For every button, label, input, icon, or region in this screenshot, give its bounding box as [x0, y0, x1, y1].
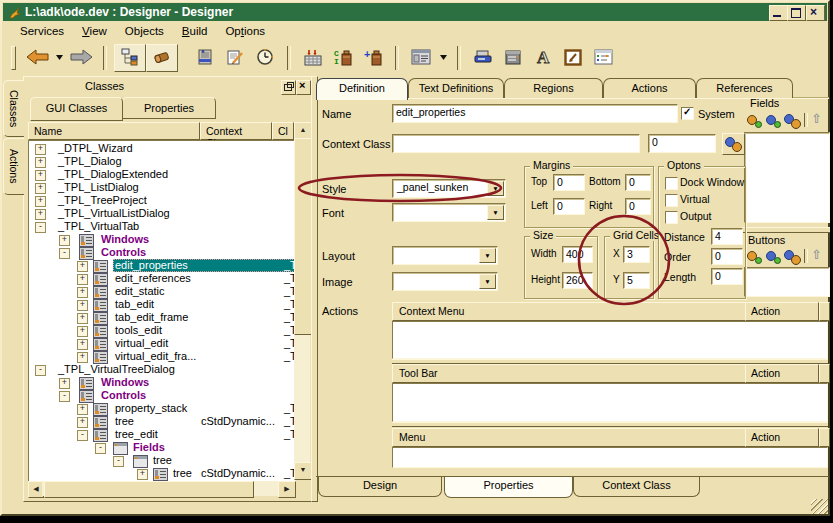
tree-item[interactable]: tools_edit: [115, 324, 162, 337]
tree-expand-toggle[interactable]: -: [113, 456, 124, 467]
width-input[interactable]: 400: [562, 246, 593, 263]
side-tab-actions[interactable]: Actions: [3, 138, 24, 195]
tree-item[interactable]: _TPL_ListDialog: [58, 181, 139, 194]
field-edit-icon[interactable]: [765, 113, 782, 128]
bottom-tab-properties[interactable]: Properties: [444, 477, 573, 498]
tab-gui-classes[interactable]: GUI Classes: [30, 97, 123, 121]
toolbar-script-window-button[interactable]: [588, 45, 618, 71]
bottom-tab-context-class[interactable]: Context Class: [573, 477, 700, 497]
margin-left-input[interactable]: 0: [553, 198, 585, 215]
tree-item[interactable]: tab_edit_frame: [115, 311, 188, 324]
toolbar-eraser-tool-button[interactable]: [146, 44, 178, 72]
tree-item[interactable]: _TPL_DialogExtended: [58, 168, 168, 181]
layout-dropdown[interactable]: [392, 246, 498, 265]
toolbar-edit-note-button[interactable]: [220, 45, 250, 71]
tree-expand-toggle[interactable]: +: [77, 300, 88, 311]
toolbar-documentation-book-button[interactable]: [190, 45, 220, 71]
minimize-button[interactable]: [769, 5, 788, 21]
tree-expand-toggle[interactable]: +: [35, 157, 46, 168]
menu-table-header[interactable]: Menu Action: [392, 428, 828, 447]
dock-window-checkbox[interactable]: [665, 177, 678, 190]
margin-top-input[interactable]: 0: [553, 174, 585, 191]
height-input[interactable]: 260: [562, 272, 593, 289]
menu-build[interactable]: Build: [173, 23, 217, 39]
image-dropdown[interactable]: [392, 272, 498, 291]
tree-expand-toggle[interactable]: +: [77, 274, 88, 285]
tree-item[interactable]: tab_edit: [115, 298, 154, 311]
toolbar-class-add-button[interactable]: +: [358, 45, 388, 71]
tree-expand-toggle[interactable]: +: [35, 144, 46, 155]
toolbar-form-view-dropdown-button[interactable]: [436, 45, 450, 71]
tree-item[interactable]: property_stack: [115, 402, 187, 415]
tree-item[interactable]: virtual_edit_fra...: [115, 350, 196, 363]
distance-input[interactable]: 4: [711, 228, 743, 245]
dropdown-arrow-icon[interactable]: [479, 248, 496, 263]
tree-expand-toggle[interactable]: -: [95, 443, 106, 454]
close-button[interactable]: [806, 5, 825, 21]
button-edit-icon[interactable]: [765, 249, 782, 264]
system-checkbox[interactable]: [681, 107, 694, 120]
tab-definition[interactable]: Definition: [316, 78, 408, 100]
name-input[interactable]: edit_properties: [392, 104, 678, 123]
tree-item[interactable]: tree_edit: [115, 428, 158, 441]
toolbar-class-wizard-button[interactable]: CI: [328, 45, 358, 71]
context-count-input[interactable]: 0: [648, 134, 716, 153]
column-header-name[interactable]: Name: [28, 122, 200, 140]
tree-item[interactable]: Fields: [133, 441, 165, 454]
field-add-icon[interactable]: [746, 113, 763, 128]
tree-item[interactable]: _TPL_TreeProject: [58, 194, 147, 207]
tree-expand-toggle[interactable]: -: [77, 430, 88, 441]
menu-options[interactable]: Options: [216, 23, 274, 39]
toolbar-archive-box-button[interactable]: [498, 45, 528, 71]
tree-expand-toggle[interactable]: -: [59, 248, 70, 259]
tree-expand-toggle[interactable]: +: [77, 261, 88, 272]
toolbar-form-view-button[interactable]: [406, 45, 436, 71]
tab-properties[interactable]: Properties: [122, 97, 216, 119]
margin-bottom-input[interactable]: 0: [625, 174, 651, 191]
grid-x-input[interactable]: 3: [623, 246, 650, 263]
tree-item[interactable]: edit_properties: [115, 259, 188, 272]
tree-item[interactable]: Controls: [101, 246, 146, 259]
tree-item[interactable]: Controls: [101, 389, 146, 402]
tree-expand-toggle[interactable]: -: [35, 365, 46, 376]
class-tree[interactable]: +_DTPL_Wizard+_TPL_Dialog+_TPL_DialogExt…: [28, 140, 296, 482]
tree-expand-toggle[interactable]: +: [77, 326, 88, 337]
dropdown-arrow-icon[interactable]: [479, 274, 496, 289]
tree-expand-toggle[interactable]: +: [77, 313, 88, 324]
toolbar-back-arrow-button[interactable]: [22, 45, 52, 71]
panel-splitter[interactable]: [311, 76, 318, 502]
buttons-list[interactable]: [744, 267, 830, 297]
tree-expand-toggle[interactable]: +: [35, 196, 46, 207]
toolbar-history-clock-button[interactable]: [250, 45, 280, 71]
tree-expand-toggle[interactable]: +: [59, 378, 70, 389]
maximize-button[interactable]: [787, 5, 806, 21]
tree-expand-toggle[interactable]: +: [35, 209, 46, 220]
action-column-header[interactable]: Action: [745, 364, 819, 383]
tree-expand-toggle[interactable]: -: [35, 222, 46, 233]
tree-expand-toggle[interactable]: -: [59, 391, 70, 402]
toolbar-image-frame-button[interactable]: [558, 45, 588, 71]
toolbar-grip[interactable]: [11, 46, 16, 70]
action-column-header[interactable]: Action: [745, 428, 819, 447]
tree-item[interactable]: edit_static: [115, 285, 165, 298]
tree-item[interactable]: edit_references: [115, 272, 191, 285]
toolbar-font-a-button[interactable]: A: [528, 45, 558, 71]
tree-item[interactable]: Windows: [101, 376, 149, 389]
style-dropdown[interactable]: _panel_sunken: [392, 179, 506, 198]
context-menu-table-body[interactable]: [392, 321, 828, 359]
tree-item[interactable]: _TPL_VirtualListDialog: [58, 207, 170, 220]
dropdown-arrow-icon[interactable]: [487, 205, 504, 220]
panel-close-button[interactable]: [296, 80, 311, 95]
tree-expand-toggle[interactable]: +: [59, 235, 70, 246]
output-checkbox[interactable]: [665, 211, 678, 224]
toolbar-import-grid-button[interactable]: [298, 45, 328, 71]
context-menu-table-header[interactable]: Context Menu Action: [392, 302, 828, 321]
font-dropdown[interactable]: [392, 203, 506, 222]
tab-text-definitions[interactable]: Text Definitions: [408, 78, 504, 98]
tree-expand-toggle[interactable]: +: [35, 183, 46, 194]
tree-expand-toggle[interactable]: +: [77, 352, 88, 363]
tree-item[interactable]: _TPL_VirtualTreeDialog: [58, 363, 175, 376]
menu-services[interactable]: Services: [11, 23, 73, 39]
tool-bar-table-body[interactable]: [392, 383, 828, 422]
tab-references[interactable]: References: [696, 78, 793, 98]
